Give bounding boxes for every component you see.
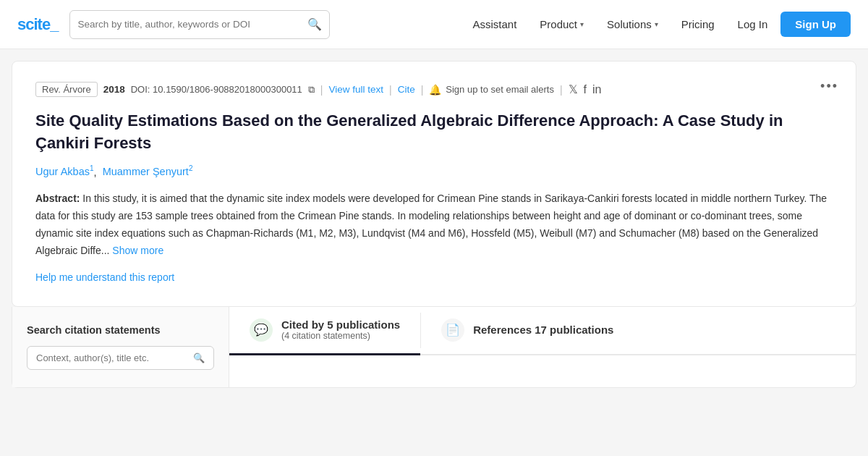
show-more-link[interactable]: Show more xyxy=(112,245,163,256)
social-icons: 𝕏 f in xyxy=(569,83,602,96)
product-chevron-icon: ▾ xyxy=(580,20,584,28)
tabs-section: 💬 Cited by 5 publications (4 citation st… xyxy=(229,307,856,387)
twitter-icon[interactable]: 𝕏 xyxy=(569,83,578,96)
more-options-button[interactable]: ••• xyxy=(820,79,838,94)
nav-solutions[interactable]: Solutions ▾ xyxy=(597,12,668,36)
search-box: 🔍 xyxy=(69,10,330,39)
solutions-chevron-icon: ▾ xyxy=(655,20,658,28)
references-main-label: References 17 publications xyxy=(473,324,613,336)
cited-by-main-label: Cited by 5 publications xyxy=(281,318,400,331)
sidebar-input-wrap: 🔍 xyxy=(27,346,214,370)
nav-assistant[interactable]: Assistant xyxy=(462,12,527,36)
abstract: Abstract: In this study, it is aimed tha… xyxy=(35,190,833,259)
year-badge: 2018 xyxy=(103,84,125,95)
meta-bar: Rev. Árvore 2018 DOI: 10.1590/1806-90882… xyxy=(35,82,833,97)
alert-section: 🔔 Sign up to set email alerts xyxy=(429,84,554,96)
search-input[interactable] xyxy=(77,19,307,30)
nav-links: Assistant Product ▾ Solutions ▾ Pricing … xyxy=(462,12,851,37)
linkedin-icon[interactable]: in xyxy=(592,83,601,96)
signup-button[interactable]: Sign Up xyxy=(780,12,851,37)
sidebar-search: Search citation statements 🔍 xyxy=(12,307,229,387)
paper-title: Site Quality Estimations Based on the Ge… xyxy=(35,110,833,155)
tabs-bar: 💬 Cited by 5 publications (4 citation st… xyxy=(229,307,856,355)
authors: Ugur Akbas1, Muammer Şenyurt2 xyxy=(35,165,833,178)
sidebar-search-input[interactable] xyxy=(36,352,193,363)
author-1-link[interactable]: Ugur Akbas1 xyxy=(35,166,94,177)
references-tab-icon: 📄 xyxy=(441,318,464,342)
copy-icon[interactable]: ⧉ xyxy=(308,84,315,96)
author-2-link[interactable]: Muammer Şenyurt2 xyxy=(103,166,193,177)
bottom-section: Search citation statements 🔍 💬 Cited by … xyxy=(12,307,856,388)
view-full-text-link[interactable]: View full text xyxy=(328,84,383,95)
cited-by-tab-icon: 💬 xyxy=(250,318,273,342)
navbar: scite_ 🔍 Assistant Product ▾ Solutions ▾… xyxy=(0,0,868,49)
facebook-icon[interactable]: f xyxy=(584,83,587,96)
abstract-label: Abstract: xyxy=(35,193,80,204)
search-button[interactable]: 🔍 xyxy=(307,17,322,31)
sidebar-search-icon: 🔍 xyxy=(193,352,205,363)
login-button[interactable]: Log In xyxy=(728,12,778,36)
doi-text: DOI: 10.1590/1806-90882018000300011 xyxy=(131,84,302,95)
alert-text: Sign up to set email alerts xyxy=(446,84,554,95)
journal-tag: Rev. Árvore xyxy=(35,82,98,97)
bell-icon: 🔔 xyxy=(429,84,441,96)
help-link[interactable]: Help me understand this report xyxy=(35,271,174,283)
tab-cited-by[interactable]: 💬 Cited by 5 publications (4 citation st… xyxy=(229,307,420,355)
sidebar-search-title: Search citation statements xyxy=(27,324,214,336)
nav-product[interactable]: Product ▾ xyxy=(529,12,594,36)
main-container: ••• Rev. Árvore 2018 DOI: 10.1590/1806-9… xyxy=(0,61,868,388)
nav-pricing[interactable]: Pricing xyxy=(671,12,725,36)
tab-references[interactable]: 📄 References 17 publications xyxy=(421,307,634,355)
paper-card: ••• Rev. Árvore 2018 DOI: 10.1590/1806-9… xyxy=(12,61,856,307)
cite-link[interactable]: Cite xyxy=(398,84,415,95)
cited-by-sub-label: (4 citation statements) xyxy=(281,331,400,341)
logo[interactable]: scite_ xyxy=(17,15,58,34)
